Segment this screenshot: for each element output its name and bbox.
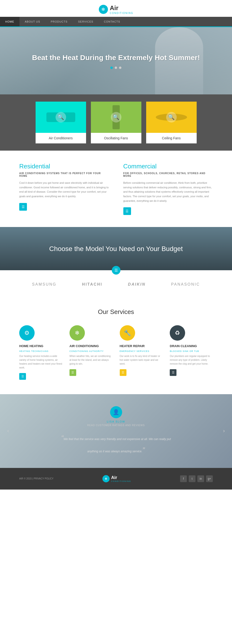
- nav-about[interactable]: ABOUT US: [20, 17, 46, 26]
- product-card-ac[interactable]: 🔍 Air Conditioners: [36, 102, 86, 144]
- residential-btn[interactable]: ☰: [19, 203, 27, 211]
- service-btn-heater[interactable]: ☰: [120, 369, 126, 376]
- footer-logo-text: Air CONDITIONING: [111, 475, 131, 482]
- brand-panasonic: Panasonic: [171, 282, 200, 286]
- logo-icon: ❄: [99, 5, 108, 14]
- footer-logo-sub: CONDITIONING: [111, 480, 131, 482]
- logo-text: Air CONDITIONING: [110, 4, 133, 14]
- commercial-btn[interactable]: ☰: [123, 207, 131, 215]
- product-label-ceiling: Ceiling Fans: [146, 133, 197, 144]
- hero-dot-3[interactable]: [119, 66, 121, 69]
- budget-btn[interactable]: ☰: [112, 266, 120, 274]
- residential-section: Residential AIR CONDITIONING SYSTEMS THA…: [0, 150, 232, 227]
- services-grid: ⚙ HOME HEATING HEATING TECHNICIANS Our h…: [19, 325, 213, 380]
- residential-desc: Cool it down before you got home and sav…: [19, 181, 109, 199]
- logo-title-main: Air: [110, 4, 133, 12]
- service-title-heater: HEATER REPAIR: [120, 344, 163, 348]
- footer-logo-main: Air: [111, 475, 131, 480]
- products-section: 🔍 Air Conditioners 🔍 Oscillating Fans 🔍 …: [0, 94, 232, 150]
- product-label-ac: Air Conditioners: [36, 133, 86, 144]
- brand-daikin: DAIKIN: [128, 282, 145, 286]
- service-subtitle-heater: EMERGENCY SERVICES: [120, 350, 163, 352]
- commercial-desc: Before considering commercial air condit…: [123, 181, 213, 203]
- product-card-fan[interactable]: 🔍 Oscillating Fans: [91, 102, 141, 144]
- service-subtitle-ac: CONDITIONING AUTHORITY: [70, 350, 113, 352]
- services-heading: Our Services: [19, 308, 213, 316]
- hero-section: Beat the Heat During the Extremely Hot S…: [0, 27, 232, 94]
- footer: AIR © 2015 | PRIVACY POLICY ❄ Air CONDIT…: [0, 468, 232, 490]
- service-icon-heater: 🔧: [120, 325, 135, 340]
- nav-home[interactable]: HOME: [0, 17, 20, 26]
- service-desc-ac: When weather hits, we air conditioning a…: [70, 354, 113, 366]
- social-google[interactable]: g+: [206, 475, 213, 482]
- budget-section: Choose the Model You Need on Your Budget…: [0, 227, 232, 270]
- service-btn-drain[interactable]: ☰: [170, 369, 176, 376]
- testimonial-next[interactable]: ›: [223, 428, 225, 434]
- service-icon-ac: ❄: [70, 325, 85, 340]
- testimonial-avatar: 👤: [110, 406, 122, 418]
- brand-hitachi: HITACHI: [82, 282, 102, 286]
- service-title-ac: AIR CONDITIONING: [70, 344, 113, 348]
- service-card-drain: ♻ DRAIN CLEANING BLOCKED SINK OR TUB Our…: [170, 325, 213, 380]
- product-img-ceiling: 🔍: [146, 102, 197, 133]
- hero-dots: [32, 66, 200, 69]
- testimonial-text: We feel that the service was very friend…: [56, 432, 176, 456]
- residential-col: Residential AIR CONDITIONING SYSTEMS THA…: [19, 162, 109, 215]
- testimonial-link[interactable]: READ CUSTOMER RATINGS AND REVIEWS: [87, 424, 145, 426]
- service-desc-heating: Our heating service includes a wide vari…: [19, 354, 62, 370]
- service-card-heating: ⚙ HOME HEATING HEATING TECHNICIANS Our h…: [19, 325, 62, 380]
- nav: HOME ABOUT US PRODUCTS SERVICES CONTACTS: [0, 17, 232, 26]
- hero-content: Beat the Heat During the Extremely Hot S…: [32, 53, 200, 69]
- logo: ❄ Air CONDITIONING: [99, 4, 133, 14]
- product-img-ac: 🔍: [36, 102, 86, 133]
- search-icon-ac: 🔍: [56, 112, 66, 122]
- social-linkedin[interactable]: in: [197, 475, 204, 482]
- social-twitter[interactable]: t: [189, 475, 195, 482]
- logo-title-sub: CONDITIONING: [110, 12, 133, 14]
- service-title-heating: HOME HEATING: [19, 344, 62, 348]
- service-card-ac: ❄ AIR CONDITIONING CONDITIONING AUTHORIT…: [70, 325, 113, 380]
- header: ❄ Air CONDITIONING: [0, 0, 232, 17]
- nav-products[interactable]: PRODUCTS: [46, 17, 73, 26]
- hero-title: Beat the Heat During the Extremely Hot S…: [32, 53, 200, 62]
- footer-social: f t in g+: [180, 475, 213, 482]
- testimonial-section: ‹ 👤 LISA SLOW READ CUSTOMER RATINGS AND …: [0, 394, 232, 468]
- service-title-drain: DRAIN CLEANING: [170, 344, 213, 348]
- nav-services[interactable]: SERVICES: [73, 17, 99, 26]
- residential-subtitle: AIR CONDITIONING SYSTEMS THAT IS PERFECT…: [19, 172, 109, 177]
- product-img-fan: 🔍: [91, 102, 141, 133]
- residential-heading: Residential: [19, 162, 109, 170]
- footer-logo-icon: ❄: [102, 475, 110, 482]
- budget-heading: Choose the Model You Need on Your Budget: [49, 244, 183, 254]
- hero-dot-1[interactable]: [110, 66, 113, 69]
- commercial-heading: Commercial: [123, 162, 213, 170]
- search-icon-ceiling: 🔍: [166, 112, 177, 122]
- service-btn-heating[interactable]: ☰: [19, 373, 26, 380]
- search-icon-fan: 🔍: [111, 112, 121, 122]
- testimonial-prev[interactable]: ‹: [7, 428, 9, 434]
- services-section: Our Services ⚙ HOME HEATING HEATING TECH…: [0, 298, 232, 394]
- commercial-col: Commercial FOR OFFICES, SCHOOLS, CHURCHE…: [123, 162, 213, 215]
- service-desc-drain: Our plumbers are regular equipped to rem…: [170, 354, 213, 366]
- service-icon-heating: ⚙: [19, 325, 35, 340]
- commercial-subtitle: FOR OFFICES, SCHOOLS, CHURCHES, RETAIL S…: [123, 172, 213, 177]
- service-btn-ac[interactable]: ☰: [70, 369, 76, 376]
- service-subtitle-heating: HEATING TECHNICIANS: [19, 350, 62, 352]
- nav-contacts[interactable]: CONTACTS: [99, 17, 125, 26]
- footer-copy: AIR © 2015 | PRIVACY POLICY: [19, 477, 53, 480]
- brand-samsung: SAMSUNG: [32, 282, 57, 286]
- service-icon-drain: ♻: [170, 325, 185, 340]
- service-card-heater: 🔧 HEATER REPAIR EMERGENCY SERVICES Our w…: [120, 325, 163, 380]
- service-subtitle-drain: BLOCKED SINK OR TUB: [170, 350, 213, 352]
- product-card-ceiling[interactable]: 🔍 Ceiling Fans: [146, 102, 197, 144]
- footer-logo: ❄ Air CONDITIONING: [102, 475, 131, 482]
- service-desc-heater: Our work is to fix any kind of heater or…: [120, 354, 163, 366]
- social-facebook[interactable]: f: [180, 475, 187, 482]
- testimonial-name: LISA SLOW: [107, 420, 125, 423]
- hero-dot-2[interactable]: [115, 66, 117, 69]
- product-label-fan: Oscillating Fans: [91, 133, 141, 144]
